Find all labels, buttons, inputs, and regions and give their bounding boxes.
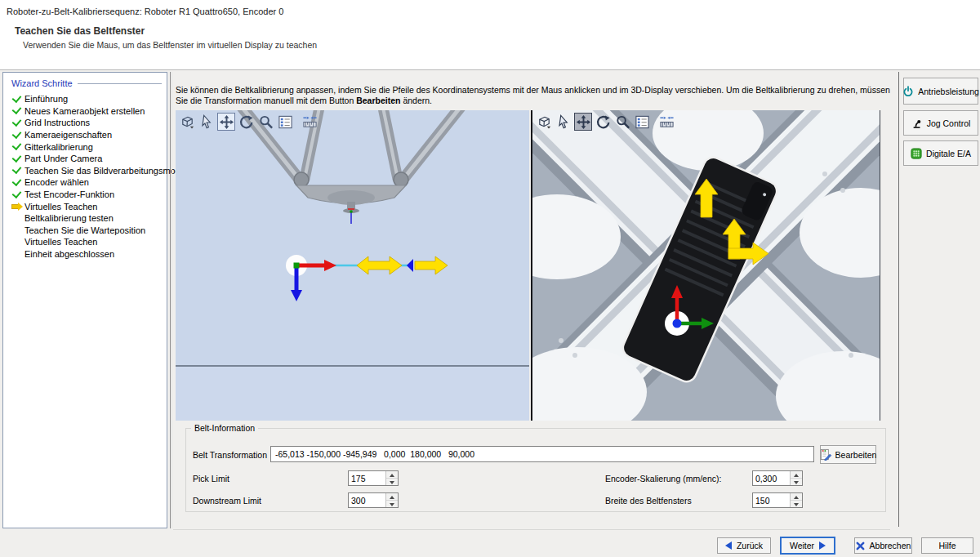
- downstream-limit-label: Downstream Limit: [193, 496, 261, 506]
- step-label: Virtuelles Teachen: [24, 237, 98, 247]
- pan-view-icon[interactable]: [574, 113, 592, 131]
- view-cube-icon[interactable]: [535, 113, 553, 131]
- step-label: Einführung: [24, 94, 68, 104]
- sequence-title: Roboter-zu-Belt-Kalibriersequenz: Robote…: [7, 7, 283, 16]
- step-label: Gitterkalibrierung: [24, 142, 93, 152]
- view-cube-icon[interactable]: [178, 113, 196, 131]
- belt-top-scene[interactable]: [532, 110, 880, 421]
- spin-down-button[interactable]: [791, 501, 802, 507]
- wizard-steps-title-row: Wizard Schritte: [11, 78, 162, 88]
- edit-transformation-button[interactable]: Bearbeiten: [820, 445, 876, 464]
- wizard-step: Part Under Camera: [11, 153, 162, 165]
- step-status-icon: [11, 213, 24, 224]
- step-label: Einheit abgeschlossen: [24, 249, 114, 259]
- step-status-icon: [11, 94, 24, 105]
- step-status-icon: [11, 177, 24, 188]
- step-status-icon: [11, 189, 24, 200]
- step-label: Virtuelles Teachen: [24, 202, 98, 212]
- display-options-icon[interactable]: [276, 113, 294, 131]
- jog-control-label: Jog Control: [927, 118, 971, 128]
- rotate-view-icon[interactable]: [237, 113, 255, 131]
- 3d-display-top-view[interactable]: [531, 110, 880, 421]
- spin-down-button[interactable]: [386, 479, 398, 485]
- cancel-x-icon: [856, 541, 865, 550]
- help-button[interactable]: Hilfe: [921, 537, 973, 554]
- encoder-scale-input[interactable]: [753, 471, 790, 485]
- wizard-step: Neues Kameraobjekt erstellen: [11, 105, 162, 118]
- zoom-view-icon[interactable]: [613, 113, 631, 131]
- downstream-limit-spinner: [348, 492, 399, 508]
- viewport-toolbar: [178, 113, 318, 131]
- select-pointer-icon[interactable]: [555, 113, 572, 131]
- power-icon: [902, 86, 914, 97]
- spin-down-button[interactable]: [791, 479, 802, 485]
- wizard-step: Grid Instructions: [11, 117, 162, 129]
- wizard-step: Test Encoder-Funktion: [11, 189, 162, 201]
- panel-splitter: [170, 72, 172, 528]
- pick-limit-spinner: [348, 470, 399, 486]
- divider: [173, 529, 890, 530]
- spin-up-button[interactable]: [386, 471, 398, 479]
- step-label: Part Under Camera: [24, 154, 102, 163]
- wizard-step: Teachen Sie das Bildverarbeitungsmodell: [11, 165, 162, 177]
- wizard-step: Teachen Sie die Warteposition: [11, 225, 162, 237]
- pick-limit-input[interactable]: [349, 471, 385, 485]
- 3d-display-side-view[interactable]: [176, 110, 529, 421]
- step-status-icon: [11, 249, 24, 260]
- page-title: Teachen Sie das Beltfenster: [15, 25, 145, 37]
- scale-ruler-icon[interactable]: [657, 113, 675, 131]
- cancel-button[interactable]: Abbrechen: [854, 537, 912, 554]
- select-pointer-icon[interactable]: [198, 113, 216, 131]
- step-label: Teachen Sie das Bildverarbeitungsmodell: [24, 166, 189, 176]
- step-label: Beltkalibrierung testen: [24, 213, 114, 223]
- scale-ruler-icon[interactable]: [301, 113, 318, 131]
- wizard-step: Virtuelles Teachen: [11, 236, 162, 248]
- next-button[interactable]: Weiter: [780, 537, 835, 555]
- page-subtitle: Verwenden Sie die Maus, um das Beltfenst…: [23, 40, 317, 50]
- encoder-scale-spinner: [752, 470, 803, 486]
- back-button-label: Zurück: [737, 541, 763, 550]
- vertical-separator: [898, 72, 899, 527]
- spin-up-button[interactable]: [791, 471, 802, 479]
- zoom-view-icon[interactable]: [256, 113, 274, 131]
- belt-transformation-label: Belt Transformation: [193, 450, 267, 460]
- step-label: Kameraeigenschaften: [24, 130, 112, 140]
- instruction-bold: Bearbeiten: [356, 96, 400, 105]
- spin-down-button[interactable]: [386, 501, 398, 507]
- digital-io-icon: [911, 148, 922, 159]
- robot-side-scene[interactable]: [176, 110, 529, 421]
- belt-information-group: Belt-Information Belt Transformation Bea…: [185, 428, 886, 512]
- next-button-label: Weiter: [790, 541, 814, 550]
- wizard-header: Roboter-zu-Belt-Kalibriersequenz: Robote…: [0, 0, 980, 70]
- wizard-step: Gitterkalibrierung: [11, 140, 162, 153]
- step-status-icon: [11, 165, 24, 176]
- wizard-step-current: Virtuelles Teachen: [11, 200, 162, 212]
- spin-up-button[interactable]: [791, 493, 802, 501]
- rotate-view-icon[interactable]: [594, 113, 612, 131]
- spin-up-button[interactable]: [386, 493, 398, 501]
- wizard-steps-panel: Wizard Schritte Einführung Neues Kamerao…: [2, 72, 167, 528]
- encoder-scale-label: Encoder-Skalierung (mm/enc):: [605, 474, 721, 483]
- step-status-icon: [11, 237, 24, 247]
- drive-power-label: Antriebsleistung: [918, 87, 979, 96]
- step-label: Teachen Sie die Warteposition: [24, 225, 145, 235]
- step-label: Test Encoder-Funktion: [24, 189, 114, 199]
- back-button[interactable]: Zurück: [717, 537, 771, 554]
- viewport-toolbar: [535, 113, 675, 131]
- step-status-icon: [11, 154, 24, 164]
- cancel-button-label: Abbrechen: [870, 541, 911, 550]
- step-status-icon: [11, 141, 24, 152]
- wizard-step: Encoder wählen: [11, 176, 162, 189]
- display-options-icon[interactable]: [633, 113, 651, 131]
- belt-transformation-input[interactable]: [270, 446, 814, 462]
- wizard-steps-title: Wizard Schritte: [11, 78, 73, 88]
- edit-pencil-icon: [820, 448, 832, 461]
- instruction-part1: Sie können die Beltkalibrierung anpassen…: [176, 85, 890, 105]
- digital-io-button[interactable]: Digitale E/A: [903, 140, 978, 166]
- step-status-icon: [11, 105, 24, 116]
- downstream-limit-input[interactable]: [349, 493, 385, 507]
- belt-window-width-input[interactable]: [753, 493, 790, 507]
- jog-control-button[interactable]: Jog Control: [903, 110, 978, 136]
- pan-view-icon[interactable]: [217, 113, 235, 131]
- drive-power-button[interactable]: Antriebsleistung: [903, 78, 978, 105]
